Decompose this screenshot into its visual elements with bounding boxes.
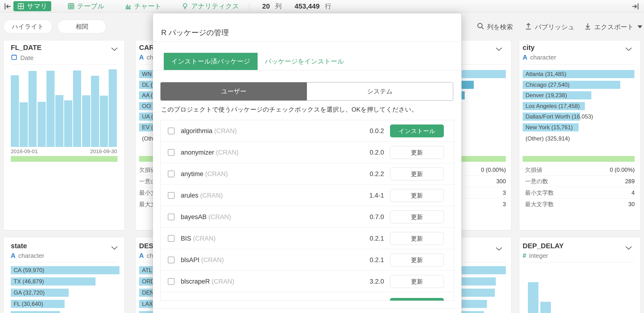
stat-value: 0 (0.00%) (610, 164, 635, 176)
view-tabs: サマリテーブルチャートアナリティクス (14, 0, 243, 12)
tab-label: インストール済パッケージ (171, 57, 250, 66)
expand-right-icon[interactable] (630, 2, 641, 11)
update-button[interactable]: 更新 (390, 167, 444, 180)
tab-label: テーブル (77, 2, 104, 11)
calendar-icon (11, 54, 18, 62)
column-type: A character (11, 252, 44, 260)
search-columns-button[interactable]: 列を検索 (476, 22, 513, 32)
collapse-left-icon[interactable] (2, 2, 13, 11)
divider (153, 309, 461, 309)
package-name: bayesAB (CRAN) (181, 206, 231, 228)
package-version: 3.2.0 (370, 271, 384, 292)
search-icon (476, 22, 484, 32)
stat-row: 最小文字数4 (525, 187, 635, 198)
chevron-down-icon[interactable] (111, 246, 118, 250)
valid-indicator-bar (522, 156, 635, 162)
card-title: FL_DATE (11, 44, 42, 52)
package-name: algorithmia (CRAN) (181, 120, 237, 142)
scope-user[interactable]: ユーザー (161, 82, 307, 100)
category-bar-label: FL (30,640) (14, 300, 43, 308)
package-checkbox[interactable] (168, 235, 174, 242)
package-checkbox[interactable] (168, 149, 174, 156)
scope-system[interactable]: システム (307, 82, 453, 100)
package-source: (CRAN) (208, 213, 231, 221)
stat-row: 3 (455, 198, 506, 210)
export-caret-icon (638, 25, 642, 28)
histogram-bar (20, 102, 28, 147)
tab-label: パッケージをインストール (265, 57, 344, 66)
package-row: arules (CRAN)1.4-1更新 (161, 185, 454, 206)
package-checkbox[interactable] (168, 192, 174, 199)
package-checkbox[interactable] (168, 214, 174, 220)
update-button[interactable]: 更新 (390, 254, 444, 266)
package-row: blscrapeR (CRAN)3.2.0更新 (161, 271, 454, 292)
category-bar-label: Chicago (27,540) (526, 81, 570, 89)
chevron-down-icon[interactable] (111, 47, 118, 51)
category-bar-row (455, 277, 511, 286)
package-version: 0.2.2 (370, 163, 384, 185)
card-state: state A character CA (59,970)TX (46,879)… (3, 237, 124, 313)
histogram-bar (11, 75, 19, 147)
card-title: CAR (139, 44, 154, 52)
package-checkbox[interactable] (168, 257, 174, 263)
tab-table[interactable]: テーブル (64, 1, 108, 11)
package-row: anytime (CRAN)0.2.2更新 (161, 163, 454, 185)
card-title: city (522, 44, 534, 52)
column-type: # integer (522, 252, 548, 260)
stat-row: 300 (455, 176, 506, 187)
chevron-down-icon[interactable] (495, 47, 502, 51)
column-type: A ch (139, 54, 153, 61)
highlight-button[interactable]: ハイライト (3, 19, 52, 33)
scope-toggle: ユーザー システム (160, 82, 453, 101)
update-button[interactable]: 更新 (390, 210, 444, 223)
tab-install-packages[interactable]: パッケージをインストール (258, 53, 351, 70)
stat-value: 300 (496, 176, 506, 187)
install-button[interactable]: インストール (390, 125, 444, 137)
install-button-partial[interactable] (390, 298, 444, 301)
package-checkbox[interactable] (168, 278, 174, 285)
type-label: ch (147, 54, 153, 61)
category-bar-row: Dallas/Fort Worth (16,053) (522, 113, 638, 121)
package-name: blsAPI (CRAN) (181, 249, 224, 271)
update-button[interactable]: 更新 (390, 189, 444, 202)
divider (522, 262, 635, 262)
character-a-icon: A (139, 252, 144, 260)
category-bar-row (11, 311, 124, 313)
correlation-button[interactable]: 相関 (58, 19, 106, 33)
card-title: state (11, 242, 27, 250)
tab-analytics[interactable]: アナリティクス (178, 1, 243, 11)
update-button[interactable]: 更新 (390, 275, 444, 288)
tab-chart[interactable]: チャート (121, 1, 165, 11)
chevron-down-icon[interactable] (625, 246, 632, 250)
update-button[interactable]: 更新 (390, 232, 444, 245)
highlight-label: ハイライト (12, 22, 44, 31)
export-button[interactable]: エクスポート (584, 22, 642, 32)
category-bar-row (455, 81, 511, 89)
chevron-down-icon[interactable] (495, 247, 502, 251)
type-label: ch (147, 252, 153, 260)
update-button[interactable]: 更新 (390, 146, 444, 159)
chevron-down-icon[interactable] (625, 47, 632, 51)
card-title: DEP_DELAY (522, 242, 564, 250)
tab-installed-packages[interactable]: インストール済パッケージ (164, 53, 258, 70)
export-label: エクスポート (594, 23, 634, 31)
package-version: 0.7.0 (370, 206, 384, 228)
scope-label: ユーザー (221, 87, 246, 96)
package-checkbox[interactable] (168, 170, 174, 177)
stat-row: 3 (455, 187, 506, 198)
stat-value: 4 (632, 187, 635, 198)
package-checkbox[interactable] (168, 128, 174, 134)
stat-row: 欠損値0 (0.00%) (525, 164, 635, 176)
tab-summary[interactable]: サマリ (14, 1, 51, 11)
histogram-bar (109, 69, 117, 147)
histogram-bar (46, 71, 54, 147)
package-list[interactable]: algorithmia (CRAN)0.0.2インストールanonymizer … (160, 120, 454, 301)
other-category-label: (Other) (325,914) (526, 135, 570, 142)
stat-value: 3 (503, 198, 506, 210)
modal-instruction: このプロジェクトで使うパッケージのチェックボックスを選択し、OKを押してください… (161, 105, 418, 114)
stat-label: 最小文字数 (525, 187, 554, 198)
character-a-icon: A (11, 252, 16, 260)
tab-label: チャート (134, 2, 161, 11)
package-source: (CRAN) (216, 149, 239, 156)
publish-button[interactable]: パブリッシュ (524, 22, 574, 32)
